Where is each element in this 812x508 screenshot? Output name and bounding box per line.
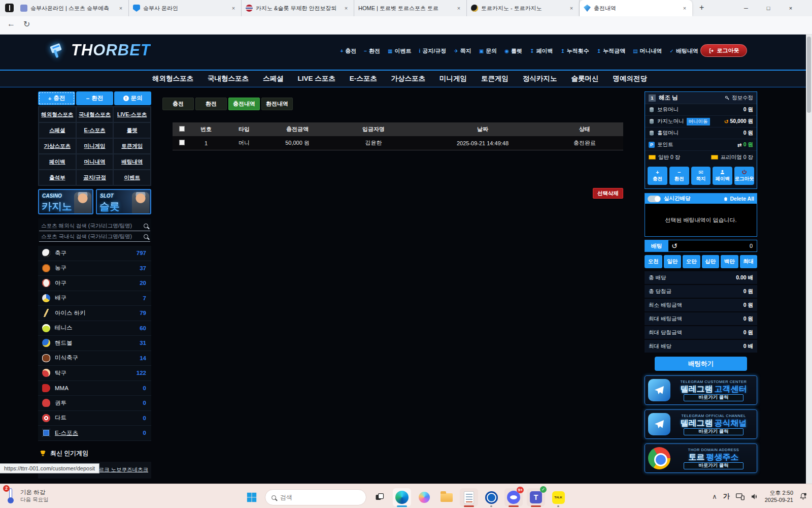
quick-100000-button[interactable]: 십만	[702, 255, 720, 268]
quick-menu-bet-total[interactable]: ↥누적금액	[597, 47, 625, 55]
taskbar-teams[interactable]: T✓	[527, 488, 545, 506]
domain-address-banner[interactable]: THOR DOMAIN ADDRESS 토르평생주소 바로가기 클릭	[645, 443, 757, 473]
notification-bell-icon[interactable]	[799, 492, 807, 500]
sport-item-basketball[interactable]: 농구37	[38, 261, 151, 276]
place-bet-button[interactable]: 배팅하기	[655, 357, 747, 371]
tab-close-button[interactable]: ×	[568, 5, 575, 11]
quick-max-button[interactable]: 최대	[740, 255, 758, 268]
back-button[interactable]: ←	[7, 19, 15, 28]
menu-virtual-sports[interactable]: 가상스포츠	[39, 138, 76, 154]
sport-item-ice-hockey[interactable]: 아이스 하키79	[38, 306, 151, 321]
taskbar-blue-app[interactable]	[482, 488, 500, 506]
quick-menu-roulette[interactable]: ◉룰렛	[504, 47, 522, 55]
quick-menu-bet-history[interactable]: ✓배팅내역	[670, 47, 698, 55]
quick-1000000-button[interactable]: 백만	[721, 255, 738, 268]
taskbar-document-app[interactable]	[460, 488, 478, 506]
tab-close-button[interactable]: ×	[455, 5, 462, 11]
menu-overseas-sports[interactable]: 해외형스포츠	[39, 107, 76, 122]
tab-close-button[interactable]: ×	[117, 5, 124, 11]
search-icon[interactable]	[144, 234, 148, 239]
quick-menu-deposit[interactable]: +충전	[340, 47, 356, 55]
new-tab-button[interactable]: +	[699, 3, 704, 12]
browser-tab-2[interactable]: 승부사 온라인 ×	[129, 0, 242, 16]
menu-payback[interactable]: 페이백	[39, 154, 76, 170]
money-move-badge[interactable]: 머니이동	[687, 118, 710, 125]
menu-roulette[interactable]: 룰렛	[113, 122, 151, 138]
quick-menu-payback[interactable]: ↧페이백	[530, 47, 553, 55]
nav-special[interactable]: 스페셜	[263, 74, 284, 83]
quick-5000-button[interactable]: 오천	[645, 255, 662, 268]
row-checkbox[interactable]	[179, 140, 185, 145]
menu-special[interactable]: 스페셜	[39, 122, 76, 138]
sidebar-withdraw-button[interactable]: −환전	[76, 91, 113, 105]
window-minimize-button[interactable]: ─	[735, 0, 757, 16]
refresh-icon[interactable]: ↺	[724, 118, 729, 124]
payback-button[interactable]: 페이백	[713, 167, 732, 185]
message-button[interactable]: ✉쪽지	[691, 167, 711, 185]
menu-attendance[interactable]: 출석부	[39, 170, 76, 185]
deposit-button[interactable]: +충전	[648, 167, 667, 185]
search-icon[interactable]	[144, 224, 148, 228]
menu-domestic-sports[interactable]: 국내형스포츠	[76, 107, 114, 122]
nav-live-sports[interactable]: LIVE 스포츠	[297, 74, 335, 83]
domestic-search-input[interactable]	[41, 233, 144, 239]
browser-tab-active[interactable]: 충전내역 ×	[580, 0, 692, 16]
taskbar-clock[interactable]: 오후 2:50 2025-09-21	[765, 489, 793, 503]
weather-widget[interactable]: 2 기온 하강 다음 목요일	[5, 487, 48, 504]
quick-menu-money-history[interactable]: ▤머니내역	[633, 47, 662, 55]
sport-item-table-tennis[interactable]: 탁구122	[38, 366, 151, 381]
taskbar-file-explorer[interactable]	[437, 488, 456, 506]
taskbar-edge[interactable]	[393, 488, 411, 506]
delete-all-button[interactable]: Delete All	[723, 196, 754, 202]
window-close-button[interactable]: ×	[780, 0, 802, 16]
quick-menu-notice[interactable]: i공지/규정	[419, 47, 447, 55]
sidebar-inquiry-button[interactable]: !문의	[114, 91, 151, 105]
menu-token-games[interactable]: 토큰게임	[113, 138, 151, 154]
sport-item-baseball[interactable]: 야구20	[38, 276, 151, 291]
quick-menu-event[interactable]: ▦이벤트	[388, 47, 411, 55]
ime-korean-indicator[interactable]: 가	[723, 492, 730, 501]
taskbar-copilot[interactable]	[415, 488, 433, 506]
live-odds-toggle[interactable]	[648, 196, 661, 202]
sport-item-esports[interactable]: E-스포츠0	[38, 426, 151, 441]
logout-button[interactable]: 로그아웃	[700, 44, 747, 57]
sport-item-boxing[interactable]: 권투0	[38, 396, 151, 411]
nav-domestic-sports[interactable]: 국내형스포츠	[208, 74, 249, 83]
delete-selected-button[interactable]: 선택삭제	[593, 188, 623, 199]
menu-event[interactable]: 이벤트	[113, 170, 151, 185]
tab-actions-icon[interactable]	[5, 4, 14, 12]
banner-cta-button[interactable]: 바로가기 클릭	[684, 428, 743, 435]
nav-hall-of-fame[interactable]: 명예의전당	[613, 74, 647, 83]
quick-50000-button[interactable]: 오만	[683, 255, 700, 268]
tab-close-button[interactable]: ×	[343, 5, 350, 11]
quick-10000-button[interactable]: 일만	[664, 255, 682, 268]
task-view-button[interactable]	[370, 488, 389, 506]
menu-bet-history[interactable]: 배팅내역	[113, 154, 151, 170]
menu-live-sports[interactable]: LIVE-스포츠	[113, 107, 151, 122]
quick-menu-message[interactable]: ✈쪽지	[454, 47, 471, 55]
browser-tab-1[interactable]: 승부사온라인 | 스포츠 승부예측 ×	[16, 0, 129, 16]
nav-virtual-sports[interactable]: 가상스포츠	[391, 74, 426, 83]
tab-close-button[interactable]: ×	[230, 5, 237, 11]
sport-item-handball[interactable]: 핸드볼31	[38, 336, 151, 351]
sport-item-tennis[interactable]: 테니스60	[38, 321, 151, 336]
start-button[interactable]	[243, 488, 261, 506]
bet-amount-input[interactable]	[681, 243, 757, 249]
quick-menu-bet-count[interactable]: ↥누적횟수	[560, 47, 589, 55]
sidebar-deposit-button[interactable]: +충전	[38, 91, 75, 105]
withdraw-button[interactable]: −환전	[669, 167, 689, 185]
taskbar-discord[interactable]: 9+	[504, 488, 523, 506]
speaker-icon[interactable]	[751, 493, 759, 500]
reset-bet-icon[interactable]: ↺	[668, 242, 681, 250]
telegram-customer-banner[interactable]: TELEGRAM CUSTOMER CENTER 텔레그램고객센터 바로가기 클…	[645, 375, 757, 405]
overseas-search-input[interactable]	[41, 223, 144, 229]
tab-withdraw[interactable]: 환전	[195, 98, 227, 110]
taskbar-search[interactable]	[265, 489, 366, 505]
logout-button-panel[interactable]: 로그아웃	[734, 167, 754, 185]
swap-icon[interactable]: ⇄	[737, 142, 742, 148]
menu-notice[interactable]: 공지/규정	[76, 170, 114, 185]
browser-tab-5[interactable]: 토르카지노 - 토르카지노 ×	[467, 0, 580, 16]
sport-item-american-football[interactable]: 미식축구14	[38, 351, 151, 366]
window-maximize-button[interactable]: □	[757, 0, 780, 16]
taskbar-search-input[interactable]	[280, 494, 341, 501]
